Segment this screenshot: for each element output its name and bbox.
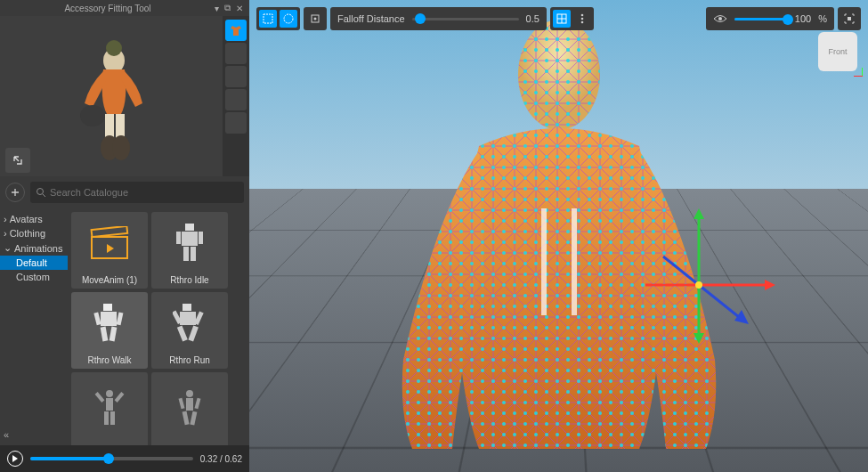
svg-rect-19 <box>117 312 124 325</box>
collapse-handle[interactable]: « <box>4 429 9 440</box>
svg-point-67 <box>314 18 317 20</box>
eye-icon <box>713 13 727 24</box>
grid-item-moveanim[interactable]: MoveAnim (1) <box>71 212 148 289</box>
svg-rect-51 <box>541 208 547 315</box>
playback-time: 0.32 / 0.62 <box>200 454 242 464</box>
select-lasso-button[interactable] <box>280 10 297 28</box>
popout-icon <box>12 154 24 167</box>
tree-label: Clothing <box>10 228 45 239</box>
grid-item-pose1[interactable] <box>71 372 148 449</box>
grid-label: Rthro Walk <box>87 354 131 367</box>
svg-rect-20 <box>101 326 109 341</box>
transform-gizmo[interactable] <box>637 205 779 347</box>
frame-button[interactable] <box>840 10 858 28</box>
preview-viewport[interactable] <box>0 16 223 176</box>
grid-label: Rthro Run <box>169 354 210 367</box>
frame-icon <box>843 12 856 25</box>
view-cube-face: Front <box>828 47 847 56</box>
zoom-slider[interactable] <box>734 18 788 20</box>
tree-item-custom[interactable]: Custom <box>0 270 68 284</box>
falloff-slider[interactable] <box>412 18 519 20</box>
select-box-button[interactable] <box>259 10 277 28</box>
figure-icon <box>173 387 207 431</box>
svg-rect-39 <box>190 411 197 426</box>
tree-label: Custom <box>16 272 50 282</box>
accessory-tool-button[interactable] <box>225 20 247 41</box>
tree-label: Animations <box>14 243 62 254</box>
preview-area <box>0 16 249 176</box>
tool-slot-2[interactable] <box>225 43 247 64</box>
tree-label: Avatars <box>10 214 43 224</box>
falloff-thumb[interactable] <box>415 13 426 24</box>
svg-point-28 <box>106 390 113 397</box>
panel-title: Accessory Fitting Tool <box>4 4 212 13</box>
chevron-right-icon: › <box>4 228 7 239</box>
grid-item-pose2[interactable] <box>151 372 228 449</box>
cage-button[interactable] <box>553 10 571 28</box>
falloff-label: Falloff Distance <box>337 13 405 24</box>
add-button[interactable] <box>5 183 25 202</box>
grid-label: MoveAnim (1) <box>82 273 137 287</box>
panel-undock-icon[interactable]: ⧉ <box>222 3 233 13</box>
chevron-down-icon: ⌄ <box>4 242 12 254</box>
accessory-fitting-panel: Accessory Fitting Tool ▾ ⧉ ✕ <box>0 0 249 472</box>
svg-rect-3 <box>105 114 114 139</box>
playback-slider[interactable] <box>30 457 193 460</box>
popout-preview-button[interactable] <box>5 148 30 173</box>
svg-rect-15 <box>191 247 196 261</box>
figure-icon <box>173 302 207 346</box>
svg-point-71 <box>581 21 584 24</box>
tree-item-default[interactable]: Default <box>0 256 68 270</box>
snap-button[interactable] <box>306 10 324 28</box>
snap-icon <box>309 12 321 25</box>
zoom-unit: % <box>818 13 827 24</box>
svg-rect-37 <box>195 398 201 410</box>
svg-marker-58 <box>765 280 775 290</box>
svg-rect-11 <box>182 232 198 246</box>
zoom-thumb[interactable] <box>783 14 793 25</box>
svg-rect-32 <box>104 411 109 425</box>
grid-item-rthro-idle[interactable]: Rthro Idle <box>151 212 228 289</box>
svg-rect-31 <box>115 392 125 403</box>
tool-slot-4[interactable] <box>225 89 247 110</box>
svg-marker-54 <box>694 208 704 219</box>
view-cube[interactable]: Front <box>818 32 857 71</box>
cage-icon <box>556 12 568 25</box>
zoom-control: 100 % <box>706 7 834 30</box>
svg-rect-16 <box>103 304 112 311</box>
animation-grid: MoveAnim (1) Rthro Idle Rthro Walk Rthro… <box>68 208 249 472</box>
tree-item-avatars[interactable]: › Avatars <box>0 212 68 226</box>
play-button[interactable] <box>7 451 23 467</box>
more-button[interactable] <box>573 10 591 28</box>
tree-label: Default <box>16 257 47 268</box>
svg-rect-14 <box>183 247 189 261</box>
svg-rect-13 <box>199 232 203 244</box>
panel-collapse-icon[interactable]: ▾ <box>212 4 222 13</box>
svg-rect-4 <box>116 114 125 139</box>
search-box[interactable] <box>30 182 244 203</box>
preview-toolbar <box>223 16 249 176</box>
tool-slot-5[interactable] <box>225 112 247 134</box>
svg-rect-22 <box>183 304 191 311</box>
svg-point-69 <box>581 14 584 17</box>
viewport[interactable]: Falloff Distance 0.5 100 % Front <box>249 0 868 472</box>
tree-item-clothing[interactable]: › Clothing <box>0 226 68 240</box>
tree-item-animations[interactable]: ⌄ Animations <box>0 240 68 256</box>
snap-group <box>304 7 327 30</box>
svg-rect-38 <box>183 411 190 426</box>
svg-rect-21 <box>110 326 118 341</box>
clapper-icon <box>87 226 132 262</box>
grid-item-rthro-walk[interactable]: Rthro Walk <box>71 292 148 369</box>
svg-rect-73 <box>848 17 851 20</box>
plus-icon <box>11 188 20 197</box>
tool-slot-3[interactable] <box>225 66 247 87</box>
panel-close-icon[interactable]: ✕ <box>233 4 246 13</box>
playback-thumb[interactable] <box>103 453 114 464</box>
zoom-fill <box>734 18 788 20</box>
frame-group <box>838 7 861 30</box>
search-input[interactable] <box>50 187 239 198</box>
svg-rect-23 <box>180 312 196 325</box>
figure-icon <box>93 302 126 346</box>
zoom-value: 100 <box>795 13 811 24</box>
grid-item-rthro-run[interactable]: Rthro Run <box>151 292 228 369</box>
